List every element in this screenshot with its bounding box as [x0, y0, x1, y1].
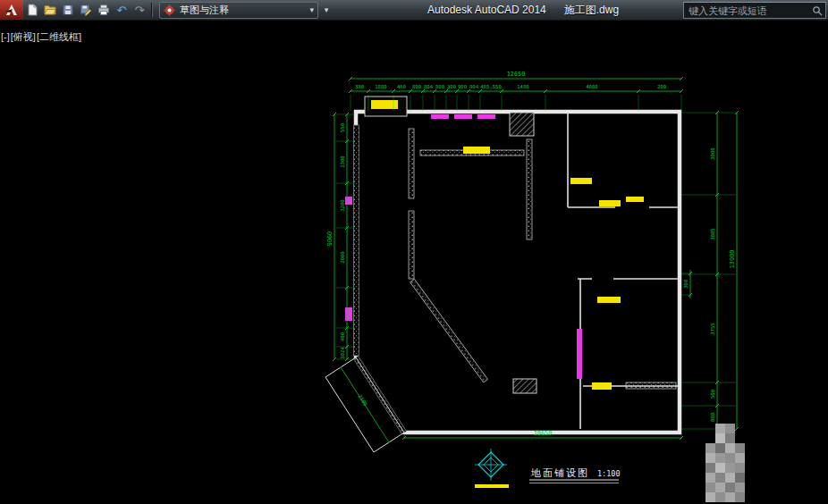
- watermark-mosaic: [705, 424, 745, 502]
- dimension-label: 804: [469, 84, 479, 89]
- dimension-label: 9060: [326, 231, 334, 246]
- document-title: 施工图.dwg: [564, 3, 619, 18]
- open-folder-icon: [44, 4, 56, 16]
- redo-button[interactable]: ↷: [131, 1, 148, 19]
- redo-icon: ↷: [135, 4, 145, 16]
- dimension-label: 800: [412, 84, 421, 89]
- viewport-controls: [-][俯视][二维线框]: [1, 30, 82, 44]
- dimension-label: 460: [397, 84, 406, 89]
- model-space-canvas[interactable]: [-][俯视][二维线框]: [0, 20, 828, 504]
- dimension-label: 300: [447, 84, 456, 89]
- symbol-underline-bar: [475, 484, 509, 488]
- dimension-label: 500: [435, 84, 444, 89]
- chevron-down-icon: ▾: [309, 5, 314, 14]
- new-file-icon: [26, 4, 38, 16]
- dimension-label: 2500: [357, 394, 368, 407]
- entry-door-block: [365, 97, 407, 116]
- dimension-label: 3200: [340, 199, 345, 211]
- workspace-dropdown-arrow-button[interactable]: ▾: [320, 3, 333, 18]
- undo-button[interactable]: ↶: [113, 1, 131, 19]
- dimension-label: 13900: [729, 250, 736, 268]
- plot-print-button[interactable]: [95, 1, 113, 19]
- dimension-label: 400: [340, 332, 345, 341]
- dimension-label: 550: [340, 123, 345, 132]
- toolbar-divider: [151, 3, 153, 17]
- dimension-label: 10650: [534, 430, 552, 437]
- dimension-label: 900: [458, 84, 467, 89]
- interior-walls: [409, 113, 680, 429]
- window-title: Autodesk AutoCAD 2014 施工图.dwg: [427, 0, 619, 20]
- dimension-label: 3000: [710, 147, 715, 159]
- dimension-label: 804: [424, 84, 434, 89]
- north-symbol: [475, 449, 507, 481]
- undo-icon: ↶: [117, 4, 127, 16]
- dimension-label: 3085: [710, 228, 715, 239]
- dimension-label: 4000: [586, 84, 597, 89]
- dimension-label: 800: [710, 413, 715, 422]
- dimension-label: 2300: [340, 155, 345, 167]
- open-file-button[interactable]: [41, 1, 59, 19]
- highlight-bars: [463, 147, 644, 390]
- save-as-floppy-pencil-icon: [80, 4, 92, 16]
- drawing-scale: 1:100: [597, 469, 621, 478]
- dimension-label: 12650: [507, 71, 525, 78]
- workspace-label: 草图与注释: [180, 4, 305, 17]
- dimension-label: 1880: [375, 84, 386, 89]
- drawing-title: 地面铺设图: [530, 467, 589, 478]
- search-input[interactable]: [687, 4, 809, 17]
- app-title: Autodesk AutoCAD 2014: [427, 4, 546, 16]
- dimension-label: 1024: [340, 347, 345, 359]
- search-icon[interactable]: [812, 5, 823, 16]
- dimension-label: 485,550: [480, 84, 502, 89]
- save-as-button[interactable]: [77, 1, 95, 19]
- viewport-control-collapse[interactable]: [-]: [1, 31, 10, 42]
- dimension-label: 200: [657, 84, 666, 89]
- dimension-label: 300: [683, 280, 689, 289]
- save-floppy-icon: [62, 4, 74, 16]
- workspace-switcher[interactable]: 草图与注释 ▾: [159, 2, 318, 19]
- autocad-logo-button[interactable]: [0, 0, 23, 20]
- new-file-button[interactable]: [23, 1, 41, 19]
- titlebar: ↶ ↷ 草图与注释 ▾ ▾ Autodesk AutoCAD 2014 施工图.…: [0, 0, 828, 21]
- dimension-label: 2000: [340, 251, 345, 263]
- dimension-label: 500: [710, 390, 715, 399]
- drawing-title-block: 地面铺设图 1:100: [529, 467, 621, 483]
- workspace-gear-icon: [164, 4, 175, 16]
- viewport-control-view[interactable]: [俯视]: [11, 31, 36, 42]
- save-button[interactable]: [59, 1, 77, 19]
- dimension-label: 3755: [710, 323, 715, 334]
- printer-icon: [97, 4, 110, 16]
- floor-plan-drawing[interactable]: 12650 380 1880 460 800 804 500 300 900 8…: [0, 20, 828, 504]
- viewport-control-visual-style[interactable]: [二维线框]: [37, 31, 81, 42]
- dimension-label: 380: [355, 84, 364, 89]
- dimension-label: 1480: [517, 84, 528, 89]
- autocad-a-icon: [4, 4, 19, 16]
- infocenter-search: [683, 2, 826, 19]
